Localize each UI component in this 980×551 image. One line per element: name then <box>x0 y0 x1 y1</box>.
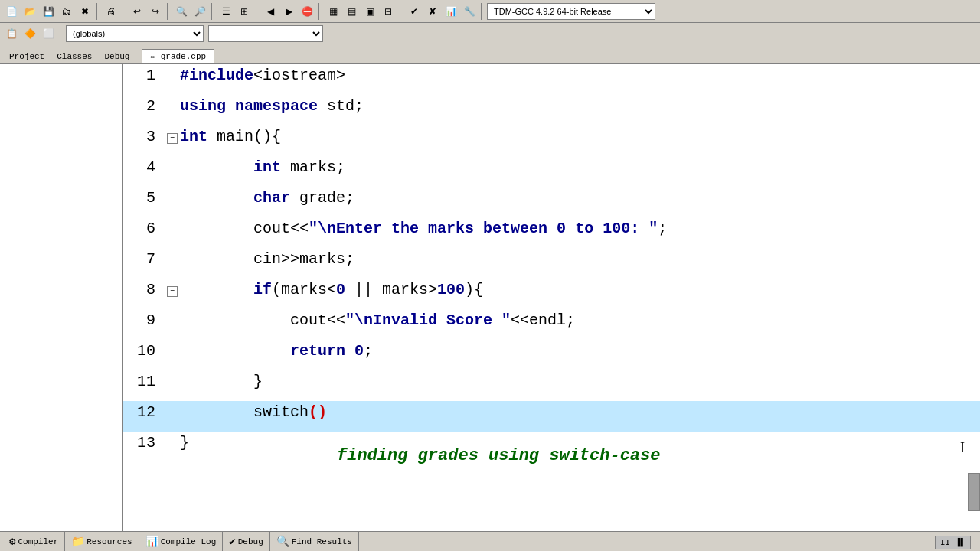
line-code-9: cout<<"\nInvalid Score "<<endl; <box>180 309 980 332</box>
line-num-6: 6 <box>122 217 165 240</box>
code-line-13: 13 } I finding grades using switch-case <box>122 432 980 462</box>
main-area: 1 #include<iostream> 2 using namespace s… <box>0 64 980 531</box>
debug-icon: ✔ <box>229 535 235 548</box>
toolbar-top: 📄 📂 💾 🗂 ✖ 🖨 ↩ ↪ 🔍 🔎 ☰ ⊞ ◀ ▶ ⛔ ▦ ▤ ▣ ⊟ ✔ … <box>0 0 980 23</box>
status-compiler[interactable]: ⚙ Compiler <box>3 532 65 551</box>
scrollbar-thumb[interactable] <box>968 473 980 511</box>
back-btn[interactable]: ◀ <box>262 3 279 20</box>
line-num-3: 3 <box>122 126 165 148</box>
function-dropdown[interactable] <box>208 25 323 42</box>
status-find-results[interactable]: 🔍 Find Results <box>270 532 359 551</box>
sep9 <box>60 25 63 42</box>
tb2-btn3[interactable]: ⬜ <box>40 25 57 42</box>
status-debug[interactable]: ✔ Debug <box>223 532 270 551</box>
code-line-10: 10 return 0; <box>122 340 980 370</box>
status-compile-log[interactable]: 📊 Compile Log <box>139 532 224 551</box>
code-line-11: 11 } <box>122 370 980 401</box>
replace-btn[interactable]: 🔎 <box>191 3 208 20</box>
sep8 <box>481 3 484 20</box>
text-cursor-indicator: I <box>960 438 965 458</box>
tab-classes[interactable]: Classes <box>51 51 98 63</box>
run-btn[interactable]: 🔧 <box>461 3 478 20</box>
code-line-5: 5 char grade; <box>122 187 980 217</box>
save-all-btn[interactable]: 🗂 <box>58 3 75 20</box>
line-num-11: 11 <box>122 370 165 393</box>
redo-btn[interactable]: ↪ <box>147 3 164 20</box>
sep2 <box>122 3 126 20</box>
sep3 <box>167 3 170 20</box>
compiler-icon: ⚙ <box>9 535 15 548</box>
tabs-row: Project Classes Debug ✏️ grade.cpp <box>0 44 980 64</box>
x-btn[interactable]: ✘ <box>424 3 441 20</box>
bottom-overlay-text: finding grades using switch-case <box>337 443 660 468</box>
code-line-2: 2 using namespace std; <box>122 95 980 126</box>
check-btn[interactable]: ✔ <box>406 3 423 20</box>
code-line-4: 4 int marks; <box>122 156 980 187</box>
tb2-btn2[interactable]: 🔶 <box>21 25 38 42</box>
toolbar-second: 📋 🔶 ⬜ (globals) <box>0 23 980 44</box>
line-num-12: 12 <box>122 401 165 424</box>
close-btn[interactable]: ✖ <box>77 3 93 20</box>
compiler-dropdown[interactable]: TDM-GCC 4.9.2 64-bit Release <box>487 3 655 20</box>
sep4 <box>211 3 214 20</box>
compile-log-icon: 📊 <box>145 535 158 548</box>
file-tab-icon: ✏️ <box>150 52 160 61</box>
resources-icon: 📁 <box>71 535 84 548</box>
line-code-10: return 0; <box>180 340 980 363</box>
code-line-12: 12 switch() <box>122 401 980 432</box>
find-btn[interactable]: 🔍 <box>173 3 190 20</box>
tab-project[interactable]: Project <box>3 51 51 63</box>
globals-dropdown[interactable]: (globals) <box>66 25 204 42</box>
code-line-7: 7 cin>>marks; <box>122 248 980 279</box>
sep5 <box>256 3 259 20</box>
line-code-2: using namespace std; <box>180 95 980 118</box>
layout3[interactable]: ▣ <box>361 3 378 20</box>
open-btn[interactable]: 📂 <box>21 3 38 20</box>
line-num-4: 4 <box>122 156 165 179</box>
line-num-5: 5 <box>122 187 165 210</box>
chart-btn[interactable]: 📊 <box>443 3 459 20</box>
save-btn[interactable]: 💾 <box>40 3 57 20</box>
line-num-10: 10 <box>122 340 165 363</box>
stop-btn[interactable]: ⛔ <box>299 3 315 20</box>
layout2[interactable]: ▤ <box>343 3 360 20</box>
layout1[interactable]: ▦ <box>325 3 341 20</box>
sep1 <box>96 3 100 20</box>
code-editor[interactable]: 1 #include<iostream> 2 using namespace s… <box>122 64 980 531</box>
line-code-12: switch() <box>180 401 980 424</box>
status-indicator: II ▐▌ <box>935 536 971 549</box>
line-num-2: 2 <box>122 95 165 118</box>
line-code-1: #include<iostream> <box>180 64 980 87</box>
find-results-icon: 🔍 <box>276 535 289 548</box>
layout4[interactable]: ⊟ <box>380 3 397 20</box>
line-marker-8[interactable]: − <box>165 285 180 298</box>
status-right: II ▐▌ <box>935 535 977 549</box>
collapse-8[interactable]: − <box>167 286 178 297</box>
tab-debug[interactable]: Debug <box>98 51 136 63</box>
sep6 <box>318 3 322 20</box>
code-lines: 1 #include<iostream> 2 using namespace s… <box>122 64 980 531</box>
fwd-btn[interactable]: ▶ <box>280 3 297 20</box>
collapse-3[interactable]: − <box>167 133 178 144</box>
view-btn2[interactable]: ⊞ <box>236 3 253 20</box>
line-code-7: cin>>marks; <box>180 248 980 271</box>
line-num-1: 1 <box>122 64 165 87</box>
code-line-3: 3 − int main(){ <box>122 126 980 156</box>
print-btn[interactable]: 🖨 <box>103 3 119 20</box>
tb2-btn1[interactable]: 📋 <box>3 25 20 42</box>
line-code-5: char grade; <box>180 187 980 210</box>
new-btn[interactable]: 📄 <box>3 3 20 20</box>
code-line-9: 9 cout<<"\nInvalid Score "<<endl; <box>122 309 980 340</box>
status-bar: ⚙ Compiler 📁 Resources 📊 Compile Log ✔ D… <box>0 531 980 551</box>
view-btn1[interactable]: ☰ <box>217 3 234 20</box>
undo-btn[interactable]: ↩ <box>129 3 145 20</box>
sidebar <box>0 64 122 531</box>
code-line-6: 6 cout<<"\nEnter the marks between 0 to … <box>122 217 980 248</box>
line-marker-3[interactable]: − <box>165 132 180 145</box>
line-code-4: int marks; <box>180 156 980 179</box>
tab-file[interactable]: ✏️ grade.cpp <box>142 49 214 63</box>
status-resources[interactable]: 📁 Resources <box>65 532 139 551</box>
line-num-9: 9 <box>122 309 165 332</box>
line-code-11: } <box>180 370 980 393</box>
line-num-7: 7 <box>122 248 165 271</box>
